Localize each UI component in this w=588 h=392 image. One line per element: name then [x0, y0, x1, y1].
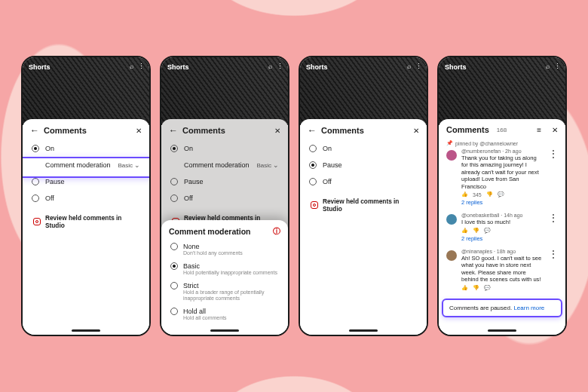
radio-selected-icon: [170, 262, 178, 270]
comments-settings-sheet-dimmed: Comments On Comment moderationBasic Paus…: [161, 119, 288, 335]
option-label: On: [323, 145, 418, 152]
home-indicator: [210, 329, 239, 332]
close-icon[interactable]: [274, 127, 280, 135]
radio-selected-icon: [32, 145, 39, 152]
mod-option-name: Basic: [183, 262, 277, 270]
shorts-video-preview: Shorts ⌕ ⋮: [23, 57, 149, 125]
radio-icon: [170, 282, 178, 289]
phone-3: Shorts ⌕⋮ Comments On Pause Off Review h…: [299, 56, 428, 336]
search-icon[interactable]: ⌕: [268, 63, 272, 70]
radio-icon: [309, 178, 317, 185]
shorts-video-preview: Shorts ⌕⋮: [161, 57, 288, 125]
option-label: Comment moderation: [45, 161, 112, 169]
option-on[interactable]: On: [161, 140, 288, 157]
option-pause[interactable]: Pause: [161, 173, 288, 190]
replies-link[interactable]: 2 replies: [461, 234, 544, 242]
back-icon[interactable]: [308, 125, 317, 136]
comment-time: 14h ago: [504, 213, 522, 218]
moderation-modal: Comment moderation ⓘ NoneDon't hold any …: [161, 220, 288, 335]
phone-4: Shorts ⌕⋮ Comments 168 ≡ pinned by @chan…: [437, 56, 567, 336]
option-on[interactable]: On: [23, 140, 149, 157]
shorts-video-preview: Shorts ⌕⋮: [300, 57, 427, 125]
review-held-comments-link[interactable]: Review held comments in Studio: [300, 190, 427, 220]
paused-text: Comments are paused.: [449, 305, 512, 311]
like-icon[interactable]: 👍: [461, 228, 468, 234]
shorts-label: Shorts: [167, 63, 189, 71]
option-label: Off: [45, 194, 140, 202]
info-icon[interactable]: ⓘ: [273, 226, 280, 237]
sheet-title: Comments: [446, 125, 489, 134]
sheet-title: Comments: [44, 126, 131, 135]
mod-option-none[interactable]: NoneDon't hold any comments: [169, 240, 280, 259]
shorts-video-preview: Shorts ⌕⋮: [439, 57, 565, 125]
more-icon[interactable]: ⋮: [554, 63, 561, 70]
comment-time: 2h ago: [505, 149, 521, 154]
option-off[interactable]: Off: [161, 190, 288, 207]
more-icon[interactable]: ⋮: [415, 63, 422, 70]
phone-1: Shorts ⌕ ⋮ Comments On Comment moderatio…: [21, 56, 151, 336]
search-icon[interactable]: ⌕: [546, 63, 550, 70]
mod-option-basic[interactable]: BasicHold potentially inappropriate comm…: [169, 259, 280, 279]
radio-icon: [32, 178, 39, 185]
close-icon[interactable]: [413, 127, 419, 135]
moderation-value: Basic: [256, 161, 279, 169]
mod-option-desc: Hold all comments: [183, 315, 227, 321]
replies-link[interactable]: 2 replies: [461, 198, 544, 206]
avatar: [446, 214, 457, 225]
mod-option-strict[interactable]: StrictHold a broader range of potentiall…: [169, 279, 280, 305]
option-pause[interactable]: Pause: [23, 173, 149, 190]
reply-icon[interactable]: 💬: [484, 285, 491, 291]
radio-icon: [170, 308, 178, 315]
close-icon[interactable]: [552, 126, 558, 134]
more-icon[interactable]: ⋮: [277, 63, 283, 70]
option-off[interactable]: Off: [23, 190, 149, 207]
pinned-by-label: pinned by @channelowner: [439, 139, 565, 146]
comment-more-icon[interactable]: [549, 249, 558, 291]
comment-item[interactable]: @numberonefan · 2h ago Thank you for tak…: [439, 146, 565, 210]
comment-more-icon[interactable]: [549, 213, 558, 241]
reply-icon[interactable]: 💬: [484, 228, 491, 234]
shorts-label: Shorts: [445, 63, 467, 71]
comment-item[interactable]: @ninanaples · 18h ago Ah! SO good. I can…: [439, 247, 565, 296]
sheet-title: Comments: [182, 126, 270, 135]
comment-actions: 👍345 👎 💬: [461, 191, 544, 198]
like-icon[interactable]: 👍: [461, 191, 468, 198]
comment-more-icon[interactable]: [549, 149, 558, 206]
comment-count: 168: [497, 127, 507, 133]
sort-icon[interactable]: ≡: [537, 126, 541, 134]
comment-user: @onebasketball: [461, 213, 499, 218]
option-label: Pause: [323, 161, 418, 169]
radio-selected-icon: [170, 145, 178, 152]
back-icon[interactable]: [30, 125, 39, 136]
learn-more-link[interactable]: Learn more: [513, 305, 544, 311]
shorts-label: Shorts: [306, 63, 328, 71]
review-held-comments-link[interactable]: Review held comments in Studio: [23, 207, 149, 237]
like-icon[interactable]: 👍: [461, 285, 468, 291]
option-pause[interactable]: Pause: [300, 157, 427, 173]
mod-option-name: Hold all: [183, 308, 227, 315]
option-label: Off: [184, 194, 279, 202]
option-off[interactable]: Off: [300, 173, 427, 190]
reply-icon[interactable]: 💬: [498, 191, 504, 198]
mod-option-desc: Hold potentially inappropriate comments: [183, 270, 277, 276]
dislike-icon[interactable]: 👎: [473, 228, 479, 234]
close-icon[interactable]: [136, 127, 142, 135]
radio-icon: [170, 178, 178, 185]
mod-option-name: Strict: [183, 282, 279, 289]
comment-text: I love this so much!: [461, 218, 544, 227]
option-comment-moderation[interactable]: Comment moderationBasic: [161, 157, 288, 173]
option-comment-moderation[interactable]: Comment moderation Basic: [23, 157, 149, 173]
back-icon[interactable]: [169, 125, 178, 136]
radio-icon: [32, 194, 39, 202]
dislike-icon[interactable]: 👎: [473, 285, 479, 291]
radio-icon: [309, 145, 317, 152]
dislike-icon[interactable]: 👎: [486, 191, 493, 198]
search-icon[interactable]: ⌕: [130, 63, 133, 70]
option-label: Comment moderation: [184, 161, 250, 169]
option-on[interactable]: On: [300, 140, 427, 157]
mod-option-hold-all[interactable]: Hold allHold all comments: [169, 305, 280, 324]
comment-item[interactable]: @onebasketball · 14h ago I love this so …: [439, 210, 565, 246]
more-icon[interactable]: ⋮: [138, 63, 145, 70]
comments-settings-sheet: Comments On Pause Off Review held commen…: [300, 119, 427, 335]
search-icon[interactable]: ⌕: [407, 63, 411, 70]
